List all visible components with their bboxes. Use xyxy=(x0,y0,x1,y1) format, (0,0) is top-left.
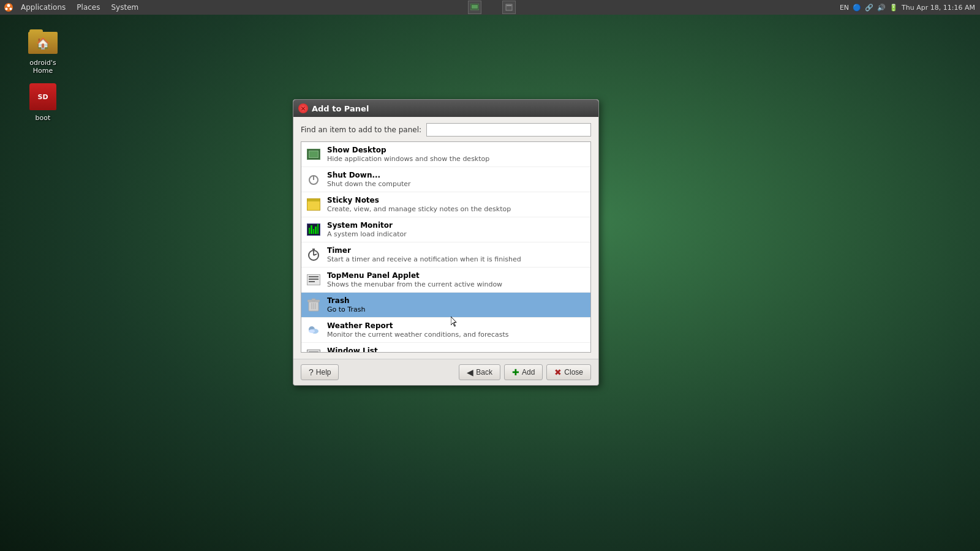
boot-label: boot xyxy=(36,114,51,122)
desktop-icon-home[interactable]: 🏠 odroid's Home xyxy=(18,24,67,77)
system-monitor-icon xyxy=(306,222,321,237)
weather-icon xyxy=(306,323,321,337)
item-desc-show-desktop: Hide application windows and show the de… xyxy=(327,155,586,163)
add-to-panel-dialog: ✕ Add to Panel Find an item to add to th… xyxy=(293,99,599,386)
add-button[interactable]: ✚ Add xyxy=(504,364,543,380)
item-name-trash: Trash xyxy=(327,296,586,305)
svg-rect-16 xyxy=(312,299,315,301)
panel-right: EN 🔵 🔗 🔊 🔋 Thu Apr 18, 11:16 AM xyxy=(840,4,980,12)
battery-icon: 🔋 xyxy=(889,4,898,12)
svg-point-1 xyxy=(7,4,10,7)
items-list[interactable]: Show Desktop Hide application windows an… xyxy=(301,141,591,353)
item-name-weather: Weather Report xyxy=(327,321,586,330)
item-name-window-list: Window List xyxy=(327,347,586,353)
help-button[interactable]: ? Help xyxy=(301,364,339,380)
dialog-title: Add to Panel xyxy=(312,104,369,113)
desktop-icon-boot[interactable]: SD boot xyxy=(18,80,67,124)
item-desc-timer: Start a timer and receive a notification… xyxy=(327,255,586,263)
bluetooth-icon: 🔵 xyxy=(853,4,861,12)
home-folder-icon: 🏠 xyxy=(28,27,58,56)
svg-point-22 xyxy=(309,329,315,333)
power-icon xyxy=(306,172,321,187)
applications-menu[interactable]: Applications xyxy=(16,2,70,13)
item-desc-weather: Monitor the current weather conditions, … xyxy=(327,331,586,339)
list-item-window-list[interactable]: Window List Switch between open windows … xyxy=(301,343,590,353)
list-item-system-monitor[interactable]: System Monitor A system load indicator xyxy=(301,217,590,242)
dialog-footer: ? Help ◀ Back ✚ Add ✖ Close xyxy=(293,359,598,385)
dialog-titlebar: ✕ Add to Panel xyxy=(293,100,598,117)
item-desc-sysmon: A system load indicator xyxy=(327,230,586,238)
item-desc-trash: Go to Trash xyxy=(327,305,586,313)
add-icon: ✚ xyxy=(512,367,519,377)
dialog-close-button[interactable]: ✕ xyxy=(298,103,308,113)
item-name-sysmon: System Monitor xyxy=(327,221,586,230)
list-item-sticky-notes[interactable]: Sticky Notes Create, view, and manage st… xyxy=(301,192,590,217)
list-item-timer[interactable]: Timer Start a timer and receive a notifi… xyxy=(301,242,590,268)
desktop: Applications Places System EN 🔵 🔗 xyxy=(0,0,980,551)
top-panel: Applications Places System EN 🔵 🔗 xyxy=(0,0,980,15)
item-name-timer: Timer xyxy=(327,246,586,255)
system-menu[interactable]: System xyxy=(106,2,143,13)
search-row: Find an item to add to the panel: xyxy=(301,123,591,137)
clock: Thu Apr 18, 11:16 AM xyxy=(902,4,975,12)
item-desc-shut-down: Shut down the computer xyxy=(327,180,586,188)
topmenu-icon xyxy=(306,272,321,287)
footer-right-buttons: ◀ Back ✚ Add ✖ Close xyxy=(459,364,591,380)
sd-card-icon: SD xyxy=(28,82,58,111)
timer-icon xyxy=(306,247,321,262)
help-icon: ? xyxy=(309,367,314,377)
os-logo-icon xyxy=(2,1,15,13)
sticky-notes-icon xyxy=(306,197,321,212)
close-button[interactable]: ✖ Close xyxy=(546,364,591,380)
panel-left: Applications Places System xyxy=(0,1,143,13)
back-icon: ◀ xyxy=(467,367,473,377)
svg-rect-7 xyxy=(507,5,511,6)
dialog-body: Find an item to add to the panel: Show D… xyxy=(293,117,598,359)
panel-center xyxy=(143,1,840,14)
home-folder-label: odroid's Home xyxy=(21,59,65,75)
trash-icon xyxy=(306,298,321,312)
list-item-weather[interactable]: Weather Report Monitor the current weath… xyxy=(301,318,590,343)
taskbar-icon2[interactable] xyxy=(502,1,516,14)
list-item-topmenu[interactable]: TopMenu Panel Applet Shows the menubar f… xyxy=(301,268,590,293)
svg-point-2 xyxy=(6,8,8,10)
list-item-trash[interactable]: Trash Go to Trash xyxy=(301,293,590,318)
search-label: Find an item to add to the panel: xyxy=(301,126,421,134)
item-desc-sticky: Create, view, and manage sticky notes on… xyxy=(327,205,586,213)
network-icon: 🔗 xyxy=(865,4,873,12)
item-name-sticky: Sticky Notes xyxy=(327,196,586,204)
taskbar-icon[interactable] xyxy=(468,1,481,14)
back-button[interactable]: ◀ Back xyxy=(459,364,500,380)
item-name-shut-down: Shut Down... xyxy=(327,171,586,179)
item-desc-topmenu: Shows the menubar from the current activ… xyxy=(327,280,586,288)
svg-rect-5 xyxy=(472,5,478,9)
item-name-show-desktop: Show Desktop xyxy=(327,146,586,154)
close-icon: ✖ xyxy=(554,367,562,377)
svg-point-3 xyxy=(10,8,12,10)
item-name-topmenu: TopMenu Panel Applet xyxy=(327,271,586,280)
show-desktop-icon xyxy=(306,147,321,162)
search-input[interactable] xyxy=(426,123,591,137)
volume-icon: 🔊 xyxy=(877,4,886,12)
list-item-show-desktop[interactable]: Show Desktop Hide application windows an… xyxy=(301,142,590,167)
places-menu[interactable]: Places xyxy=(72,2,105,13)
window-list-icon xyxy=(306,348,321,353)
list-item-shut-down[interactable]: Shut Down... Shut down the computer xyxy=(301,167,590,192)
footer-left-buttons: ? Help xyxy=(301,364,339,380)
keyboard-layout: EN xyxy=(840,4,849,12)
